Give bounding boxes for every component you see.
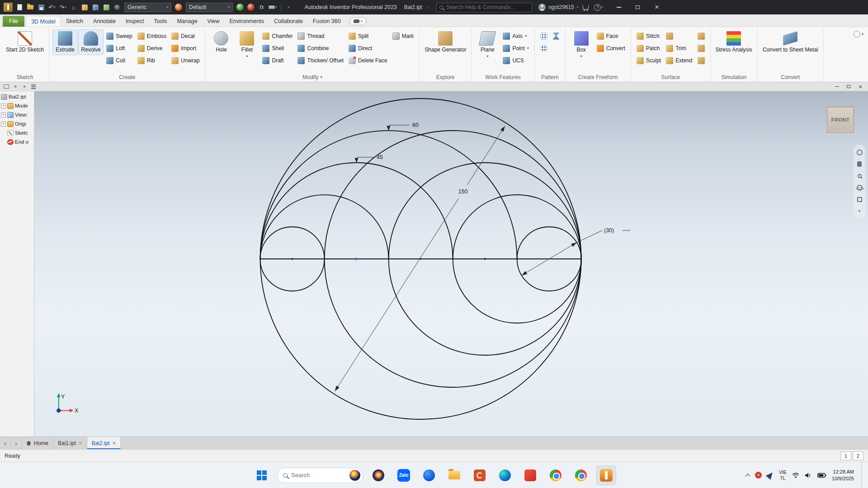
point-button[interactable]: Point▾ <box>501 42 530 54</box>
material-sphere-button[interactable] <box>174 2 184 13</box>
tab-3d-model[interactable]: 3D Model <box>26 16 61 27</box>
close-panel-button[interactable] <box>11 83 20 90</box>
record-button[interactable] <box>112 2 122 13</box>
tree-item-end-of-part[interactable]: End o <box>0 137 34 146</box>
save-button[interactable] <box>36 2 46 13</box>
convert-to-sheet-metal-button[interactable]: Convert to Sheet Metal <box>761 30 820 55</box>
taskbar-search-input[interactable] <box>291 472 346 479</box>
tray-alert-icon[interactable] <box>755 472 762 479</box>
look-at-button[interactable] <box>855 195 863 203</box>
dimension-60[interactable]: 60 <box>387 122 419 131</box>
extend-button[interactable]: Extend <box>664 54 694 66</box>
shape-generator-button[interactable]: Shape Generator <box>423 30 467 55</box>
redo-button[interactable]: ↷▾ <box>58 2 68 13</box>
undo-button[interactable]: ↶▾ <box>47 2 57 13</box>
parameters-button[interactable] <box>257 2 267 13</box>
material-browser-button[interactable] <box>101 2 111 13</box>
sweep-button[interactable]: Sweep <box>104 30 134 42</box>
volume-icon[interactable] <box>805 472 812 479</box>
decal-button[interactable]: Decal <box>170 30 201 42</box>
taskbar-chrome[interactable] <box>571 465 591 485</box>
tree-item-view[interactable]: View: <box>0 110 34 119</box>
ucs-button[interactable]: UCS <box>501 54 530 66</box>
dimension-45[interactable]: 45 <box>355 154 383 163</box>
store-button[interactable] <box>579 2 592 13</box>
language-indicator[interactable]: VIE TL <box>779 469 787 481</box>
close-tab-bai2-icon[interactable] <box>113 440 116 446</box>
shell-button[interactable]: Shell <box>260 42 294 54</box>
taskbar-edge[interactable] <box>495 465 515 485</box>
import-button[interactable]: Import <box>170 42 201 54</box>
full-navigation-wheel-button[interactable] <box>855 148 863 156</box>
maximize-button[interactable] <box>628 0 647 14</box>
taskbar-search[interactable] <box>277 468 363 483</box>
appearance-green-button[interactable] <box>235 2 245 13</box>
surface-extra-1-button[interactable] <box>696 30 707 42</box>
surface-extra-3-button[interactable] <box>696 54 707 66</box>
expand-origin-icon[interactable] <box>1 122 6 127</box>
tab-inspect[interactable]: Inspect <box>121 16 149 27</box>
taskbar-inventor[interactable] <box>596 465 616 485</box>
qat-customize-button[interactable]: ▾ <box>284 2 294 13</box>
home-button[interactable]: ⌂ <box>69 2 79 13</box>
chamfer-button[interactable]: Chamfer <box>260 30 294 42</box>
panel-menu-button[interactable] <box>29 83 38 90</box>
zoom-button[interactable] <box>855 172 863 180</box>
doc-restore-button[interactable] <box>843 83 854 91</box>
open-button[interactable] <box>25 2 35 13</box>
ribbon-options-button[interactable]: ▾ <box>854 31 863 38</box>
patch-button[interactable]: Patch <box>635 42 663 54</box>
close-tab-bai1-icon[interactable] <box>79 440 82 446</box>
loft-button[interactable]: Loft <box>104 42 134 54</box>
doc-tabs-scroll-right-button[interactable]: › <box>11 437 22 449</box>
tree-item-origin[interactable]: Origi <box>0 119 34 128</box>
taskbar-red-app[interactable] <box>520 465 540 485</box>
doc-tab-bai1[interactable]: Bai1.ipt <box>53 437 87 449</box>
surface-extra-2-button[interactable] <box>696 42 707 54</box>
derive-button[interactable]: Derive <box>136 42 168 54</box>
panel-label-modify[interactable]: Modify▾ <box>207 73 418 81</box>
tab-environments[interactable]: Environments <box>224 16 269 27</box>
taskbar-file-explorer[interactable] <box>444 465 464 485</box>
tab-annotate[interactable]: Annotate <box>88 16 121 27</box>
tray-kite-icon[interactable] <box>766 470 775 479</box>
tab-tools[interactable]: Tools <box>149 16 172 27</box>
freeform-box-button[interactable]: Box▾ <box>569 30 594 60</box>
app-menu-button[interactable] <box>3 2 14 13</box>
taskbar-browser-2[interactable] <box>546 465 566 485</box>
add-panel-button[interactable] <box>20 83 29 90</box>
wifi-icon[interactable] <box>792 472 799 479</box>
doc-close-button[interactable] <box>854 83 866 91</box>
material-select[interactable]: Generic▾ <box>124 3 171 12</box>
revolve-button[interactable]: Revolve <box>79 30 103 55</box>
browser-panel-button[interactable] <box>2 83 11 90</box>
appearance-select[interactable]: Default▾ <box>186 3 233 12</box>
start-2d-sketch-button[interactable]: Start 2D Sketch <box>5 30 45 55</box>
section-view-button[interactable]: ▾ <box>268 2 278 13</box>
help-search-input[interactable] <box>446 4 529 10</box>
navbar-more-button[interactable]: ▾ <box>855 207 863 215</box>
plane-button[interactable]: Plane▾ <box>475 30 500 60</box>
tab-manage[interactable]: Manage <box>172 16 202 27</box>
combine-button[interactable]: Combine <box>296 42 345 54</box>
axis-button[interactable]: Axis▾ <box>501 30 530 42</box>
help-button[interactable]: ▾ <box>593 2 604 13</box>
coil-button[interactable]: Coil <box>104 54 134 66</box>
tab-file[interactable]: File <box>3 16 24 27</box>
freeform-convert-button[interactable]: Convert <box>595 42 627 54</box>
doc-tab-bai2[interactable]: Bai2.ipt <box>87 437 121 449</box>
trim-button[interactable]: Trim <box>664 42 694 54</box>
extrude-button[interactable]: Extrude <box>53 30 77 55</box>
sculpt-button[interactable]: Sculpt <box>635 54 663 66</box>
appearance-red-button[interactable] <box>246 2 256 13</box>
close-button[interactable] <box>647 0 666 14</box>
circular-pattern-button[interactable] <box>538 42 549 54</box>
tab-fusion-360[interactable]: Fusion 360 <box>308 16 346 27</box>
taskbar-clock[interactable]: 12:28 AM 10/9/2025 <box>832 469 854 482</box>
tree-item-model[interactable]: Mode <box>0 101 34 110</box>
split-button[interactable]: Split <box>347 30 389 42</box>
hole-button[interactable]: Hole <box>209 30 233 55</box>
dimension-30[interactable]: (30) <box>522 227 630 275</box>
cloud-status-control[interactable]: ▾ <box>349 17 367 25</box>
show-desktop-button[interactable] <box>861 462 863 488</box>
